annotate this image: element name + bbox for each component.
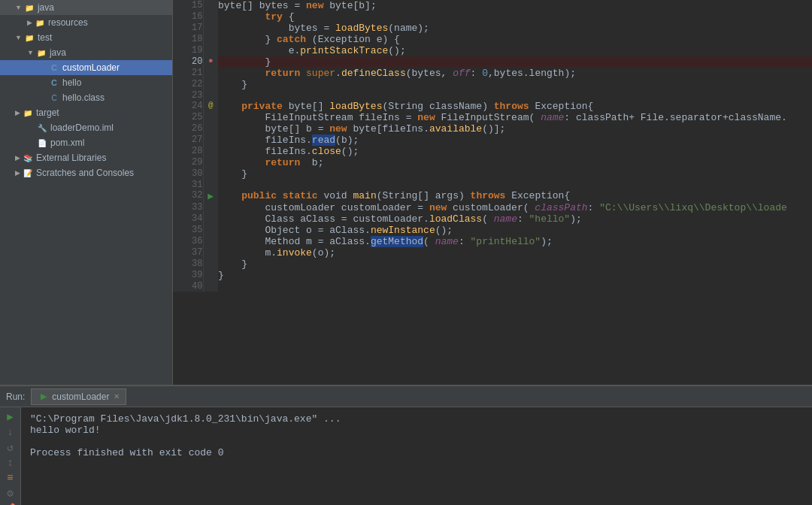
table-row: 26 byte[] b = new byte[fileIns.available… (173, 123, 812, 135)
table-row: 39 } (173, 270, 812, 281)
line-number: 25 (173, 112, 203, 123)
sidebar-item-hello[interactable]: C hello (0, 75, 172, 90)
gutter: ▶ (203, 190, 218, 202)
gutter (203, 68, 218, 79)
table-row: 31 (173, 180, 812, 190)
gutter (203, 0, 218, 11)
sidebar-item-java-sub[interactable]: 📁 java (0, 45, 172, 60)
sidebar-item-target[interactable]: 📁 target (0, 105, 172, 120)
line-number: 32 (173, 190, 203, 202)
line-number: 40 (173, 281, 203, 292)
table-row: 30 } (173, 168, 812, 180)
code-line: bytes = loadBytes(name); (218, 23, 812, 34)
table-row: 40 (173, 281, 812, 292)
code-line: Method m = aClass.getMethod( name: "prin… (218, 236, 812, 247)
code-line: byte[] b = new byte[fileIns.available()]… (218, 123, 812, 135)
table-row: 17 bytes = loadBytes(name); (173, 23, 812, 34)
table-row: 22 } (173, 79, 812, 90)
run-tab-bar: Run: ▶ customLoader ✕ (0, 386, 812, 407)
java-file-icon: C (48, 62, 60, 74)
sidebar-item-test[interactable]: 📁 test (0, 30, 172, 45)
sidebar-item-customloader[interactable]: C customLoader (0, 60, 172, 75)
sidebar-item-pom[interactable]: 📄 pom.xml (0, 135, 172, 150)
table-row: 16 try { (173, 11, 812, 23)
run-tab-close-button[interactable]: ✕ (114, 392, 120, 401)
code-editor: 15 byte[] bytes = new byte[b]; 16 try { … (173, 0, 812, 385)
table-row: 36 Method m = aClass.getMethod( name: "p… (173, 236, 812, 247)
line-number: 37 (173, 247, 203, 259)
line-number: 27 (173, 135, 203, 146)
arrow-icon (15, 154, 20, 162)
line-number: 36 (173, 236, 203, 247)
line-number: 34 (173, 213, 203, 225)
xml-file-icon: 📄 (36, 137, 48, 149)
gutter: ● (203, 56, 218, 68)
code-line (218, 281, 812, 292)
table-row: 19 e.printStackTrace(); (173, 45, 812, 56)
code-line: FileInputStream fileIns = new FileInputS… (218, 112, 812, 123)
gutter (203, 90, 218, 101)
run-scroll-end-button[interactable]: ≡ (3, 472, 18, 484)
table-row: 20 ● } (173, 56, 812, 68)
class-file-icon: C (48, 92, 60, 104)
arrow-icon (27, 49, 34, 56)
table-row: 25 FileInputStream fileIns = new FileInp… (173, 112, 812, 123)
code-line: return super.defineClass(bytes, off: 0,b… (218, 68, 812, 79)
sidebar-item-external-libs[interactable]: 📚 External Libraries (0, 150, 172, 165)
run-output: "C:\Program Files\Java\jdk1.8.0_231\bin\… (21, 407, 812, 505)
gutter (203, 23, 218, 34)
code-line: } catch (Exception e) { (218, 34, 812, 45)
table-row: 21 return super.defineClass(bytes, off: … (173, 68, 812, 79)
sidebar-label: pom.xml (50, 138, 84, 148)
arrow-icon (15, 109, 20, 116)
run-down-button[interactable]: ↕ (3, 457, 18, 469)
gutter (203, 135, 218, 146)
code-line: customLoader customLoader = new customLo… (218, 202, 812, 213)
gutter (203, 180, 218, 190)
gutter (203, 146, 218, 157)
line-number: 26 (173, 123, 203, 135)
code-line: } (218, 270, 812, 281)
sidebar-item-java[interactable]: 📁 java (0, 0, 172, 15)
run-play-button[interactable]: ▶ (3, 410, 18, 423)
run-content: ▶ ↓ ↺ ↕ ≡ ⚙ 📌 🗑 "C:\Program Files\Java\j… (0, 407, 812, 505)
code-line: return b; (218, 157, 812, 168)
sidebar-label: loaderDemo.iml (50, 122, 114, 133)
run-rerun-button[interactable]: ↺ (3, 441, 18, 454)
line-number: 21 (173, 68, 203, 79)
folder-icon: 📁 (23, 32, 35, 44)
file-tree[interactable]: 📁 java 📁 resources 📁 test 📁 java (0, 0, 173, 385)
gutter (203, 225, 218, 236)
line-number: 22 (173, 79, 203, 90)
folder-icon: 📁 (22, 107, 34, 119)
run-tab-customloader[interactable]: ▶ customLoader ✕ (31, 389, 126, 405)
sidebar-item-resources[interactable]: 📁 resources (0, 15, 172, 30)
gutter (203, 236, 218, 247)
code-line: e.printStackTrace(); (218, 45, 812, 56)
gutter (203, 79, 218, 90)
table-row: 32 ▶ public static void main(String[] ar… (173, 190, 812, 202)
run-stop-button[interactable]: ↓ (3, 426, 18, 438)
arrow-icon (27, 19, 32, 26)
arrow-icon (15, 34, 22, 41)
sidebar-label: java (38, 2, 54, 13)
gutter (203, 112, 218, 123)
run-settings-button[interactable]: ⚙ (3, 487, 18, 500)
gutter (203, 168, 218, 180)
code-line: } (218, 168, 812, 180)
sidebar-label: customLoader (62, 62, 120, 73)
line-number: 31 (173, 180, 203, 190)
sidebar-item-hello-class[interactable]: C hello.class (0, 90, 172, 105)
run-tab-name: customLoader (52, 392, 109, 402)
iml-file-icon: 🔧 (36, 122, 48, 134)
table-row: 27 fileIns.read(b); (173, 135, 812, 146)
sidebar-item-scratches[interactable]: 📝 Scratches and Consoles (0, 165, 172, 180)
gutter (203, 34, 218, 45)
sidebar-label: test (38, 32, 52, 43)
table-row: 29 return b; (173, 157, 812, 168)
sidebar-item-iml[interactable]: 🔧 loaderDemo.iml (0, 120, 172, 135)
line-number: 39 (173, 270, 203, 281)
gutter (203, 247, 218, 259)
code-line (218, 180, 812, 190)
sidebar-label: External Libraries (36, 153, 106, 163)
